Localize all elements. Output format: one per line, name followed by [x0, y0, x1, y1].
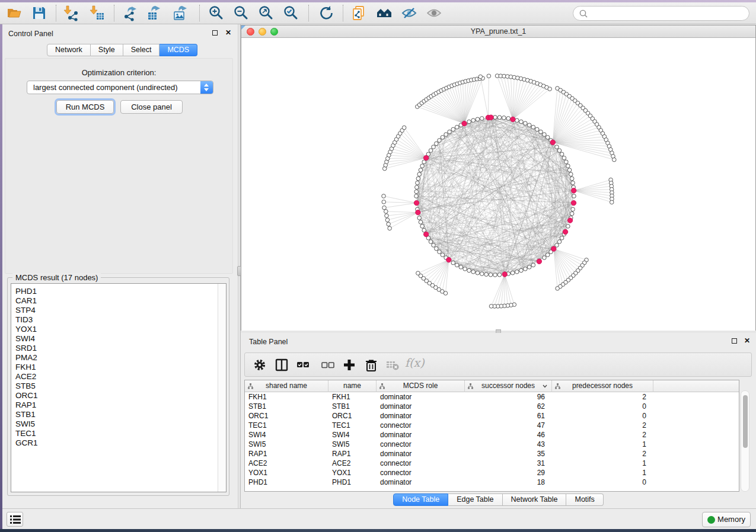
table-cell[interactable]: dominator	[377, 402, 465, 411]
network-canvas[interactable]	[241, 38, 755, 331]
graph-node[interactable]	[539, 130, 543, 134]
graph-node[interactable]	[571, 181, 575, 185]
close-panel-button[interactable]: Close panel	[120, 100, 183, 114]
table-cell[interactable]: 29	[465, 468, 552, 477]
export-image-icon[interactable]	[172, 5, 189, 21]
graph-node[interactable]	[480, 272, 484, 276]
table-cell[interactable]: connector	[377, 468, 465, 477]
table-cell[interactable]: 2	[552, 449, 653, 459]
table-cell[interactable]: ORC1	[245, 411, 328, 421]
graph-leaf-node[interactable]	[610, 200, 614, 204]
graph-node[interactable]	[417, 216, 422, 220]
gear-icon[interactable]	[253, 358, 267, 372]
table-cell[interactable]: connector	[377, 459, 465, 468]
graph-node[interactable]	[420, 225, 425, 229]
table-cell[interactable]: 61	[465, 411, 552, 421]
graph-mcds-hub-node[interactable]	[563, 229, 567, 234]
table-row[interactable]: FKH1FKH1dominator962	[245, 392, 739, 402]
table-row[interactable]: RAP1RAP1dominator352	[245, 449, 739, 459]
graph-node[interactable]	[489, 273, 493, 277]
delete-column-icon[interactable]	[364, 358, 378, 372]
graph-node[interactable]	[435, 246, 439, 251]
tab-select[interactable]: Select	[123, 44, 160, 56]
graph-node[interactable]	[441, 253, 445, 257]
graph-node[interactable]	[441, 136, 445, 140]
graph-node[interactable]	[560, 152, 564, 156]
search-input[interactable]	[573, 6, 749, 21]
graph-mcds-hub-node[interactable]	[416, 210, 420, 214]
graph-node[interactable]	[515, 270, 519, 274]
run-mcds-button[interactable]: Run MCDS	[56, 100, 114, 114]
graph-leaf-node[interactable]	[382, 206, 387, 210]
table-cell[interactable]: FKH1	[328, 392, 377, 402]
table-row[interactable]: YOX1YOX1connector291	[245, 468, 739, 477]
zoom-fit-icon[interactable]	[257, 5, 274, 21]
table-cell[interactable]: 43	[465, 440, 552, 449]
duplicate-network-icon[interactable]	[351, 5, 368, 21]
hide-selected-icon[interactable]	[401, 5, 417, 21]
graph-node[interactable]	[569, 172, 573, 177]
table-cell[interactable]: TEC1	[245, 421, 328, 430]
graph-leaf-node[interactable]	[613, 158, 617, 162]
graph-node[interactable]	[435, 142, 439, 146]
graph-mcds-hub-node[interactable]	[571, 200, 576, 205]
mcds-result-item[interactable]: SRD1	[15, 344, 226, 353]
graph-node[interactable]	[571, 207, 575, 211]
table-cell[interactable]: 1	[552, 459, 653, 468]
refresh-icon[interactable]	[318, 5, 334, 21]
table-cell[interactable]: TEC1	[328, 421, 377, 430]
graph-leaf-node[interactable]	[416, 271, 420, 275]
graph-node[interactable]	[429, 240, 433, 244]
export-network-icon[interactable]	[122, 5, 139, 21]
network-window-titlebar[interactable]: YPA_prune.txt_1	[241, 25, 755, 38]
mcds-result-item[interactable]: YOX1	[15, 325, 226, 334]
mcds-result-item[interactable]: SWI4	[15, 334, 226, 344]
graph-node[interactable]	[531, 263, 535, 267]
scrollbar-thumb[interactable]	[743, 395, 748, 448]
table-cell[interactable]: dominator	[377, 411, 465, 421]
deselect-all-icon[interactable]	[321, 358, 335, 372]
graph-mcds-hub-node[interactable]	[551, 246, 556, 251]
graph-mcds-hub-node[interactable]	[462, 121, 467, 126]
graph-node[interactable]	[493, 273, 497, 277]
table-cell[interactable]: STB1	[245, 402, 328, 411]
graph-node[interactable]	[471, 270, 476, 274]
graph-node[interactable]	[420, 164, 425, 168]
graph-node[interactable]	[555, 145, 559, 149]
float-panel-icon[interactable]	[732, 338, 737, 344]
graph-node[interactable]	[432, 145, 436, 149]
table-cell[interactable]: SWI5	[245, 440, 328, 449]
graph-node[interactable]	[429, 149, 433, 153]
column-header-successor-nodes[interactable]: successor nodes	[465, 380, 552, 392]
zoom-selected-icon[interactable]	[282, 5, 299, 21]
mcds-result-item[interactable]: TEC1	[15, 429, 226, 438]
mcds-result-item[interactable]: RAP1	[15, 400, 226, 410]
graph-leaf-node[interactable]	[487, 74, 491, 78]
mcds-result-item[interactable]: GCR1	[15, 438, 226, 448]
graph-node[interactable]	[535, 127, 539, 132]
mcds-result-item[interactable]: STB5	[15, 382, 226, 391]
graph-node[interactable]	[543, 256, 547, 260]
graph-node[interactable]	[417, 172, 422, 177]
table-cell[interactable]: 0	[552, 411, 653, 421]
graph-node[interactable]	[524, 121, 528, 126]
show-all-icon[interactable]	[426, 5, 442, 21]
table-cell[interactable]: SWI4	[328, 430, 377, 440]
graph-node[interactable]	[519, 120, 524, 124]
table-scrollbar[interactable]	[741, 390, 749, 492]
graph-node[interactable]	[476, 271, 480, 275]
graph-node[interactable]	[414, 194, 419, 198]
graph-leaf-node[interactable]	[384, 210, 388, 214]
table-cell[interactable]: connector	[377, 440, 465, 449]
graph-node[interactable]	[444, 133, 448, 137]
import-table-icon[interactable]	[89, 5, 106, 21]
table-cell[interactable]: STB1	[328, 402, 377, 411]
graph-node[interactable]	[570, 211, 574, 216]
graph-node[interactable]	[480, 117, 484, 121]
column-header-MCDS-role[interactable]: MCDS role	[377, 380, 465, 392]
table-row[interactable]: PHD1PHD1dominator180	[245, 477, 739, 487]
table-cell[interactable]: 62	[465, 402, 552, 411]
table-cell[interactable]: dominator	[377, 449, 465, 459]
graph-node[interactable]	[527, 265, 531, 270]
graph-node[interactable]	[524, 267, 528, 271]
